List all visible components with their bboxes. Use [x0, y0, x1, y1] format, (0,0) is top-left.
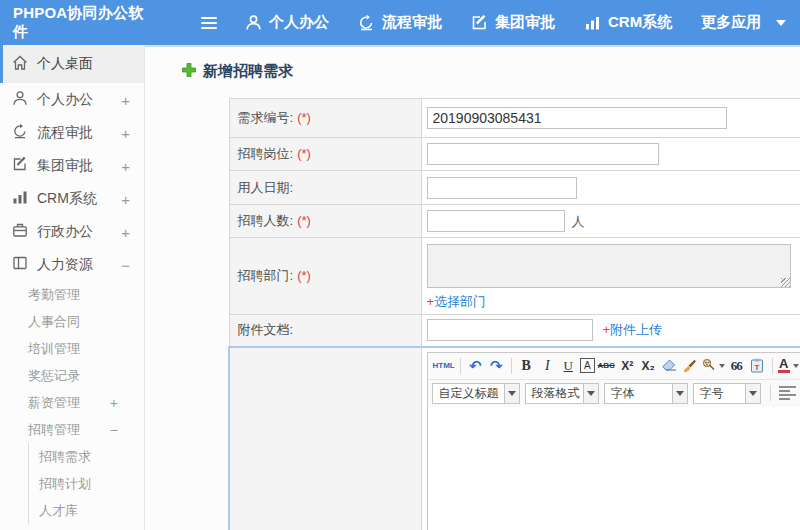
paste-text-button[interactable]: T: [748, 355, 767, 376]
resize-grip-icon[interactable]: [781, 278, 790, 287]
sidebar-item-label: 招聘需求: [39, 448, 91, 466]
user-icon: [12, 90, 37, 109]
required-mark: (*): [297, 146, 311, 161]
field-label-cell: 招聘部门:(*): [229, 238, 421, 315]
attachment-input[interactable]: [427, 319, 593, 341]
nav-item-crm[interactable]: CRM系统: [584, 13, 672, 32]
strikethrough-button[interactable]: ABC: [597, 355, 616, 376]
bold-button[interactable]: B: [517, 355, 536, 376]
sidebar-item-hr-contract[interactable]: 人事合同: [0, 308, 144, 335]
headcount-input[interactable]: [427, 210, 565, 232]
sidebar-item-attendance[interactable]: 考勤管理: [0, 281, 144, 308]
caret-down-icon: [745, 384, 760, 403]
hr-book-icon: [12, 255, 37, 274]
position-input[interactable]: [427, 143, 659, 165]
italic-button[interactable]: I: [538, 355, 557, 376]
sidebar-item-talent-pool[interactable]: 人才库: [29, 497, 144, 524]
form-row-department: 招聘部门:(*) +选择部门: [229, 238, 800, 315]
underline-button[interactable]: U: [559, 355, 578, 376]
menu-icon[interactable]: [201, 14, 217, 32]
sidebar-item-label: 招聘管理: [28, 421, 80, 439]
char-border-button[interactable]: A: [580, 358, 595, 373]
sidebar-item-reward-record[interactable]: 奖惩记录: [0, 362, 144, 389]
html-source-button[interactable]: HTML: [433, 355, 455, 376]
blockquote-button[interactable]: 66: [727, 355, 746, 376]
sidebar-item-hr[interactable]: 人力资源 −: [0, 248, 144, 281]
editor-toolbar-row1: HTML ↶ ↷ B I U A ABC X²: [428, 353, 800, 380]
sidebar-item-flow-approval[interactable]: 流程审批 +: [0, 116, 144, 149]
department-textarea-wrap: [427, 244, 791, 288]
top-bar: PHPOA协同办公软件 个人办公 流程审批 集团审批 CRM系统 更多应用: [0, 0, 800, 45]
expand-icon[interactable]: +: [110, 395, 118, 411]
toolbar-separator: [460, 358, 461, 374]
sidebar-item-personal-desktop[interactable]: 个人桌面: [0, 45, 144, 83]
nav-item-flow-approval[interactable]: 流程审批: [358, 13, 442, 32]
caret-down-icon[interactable]: [776, 20, 786, 26]
nav-item-more-apps[interactable]: 更多应用: [701, 13, 761, 32]
department-textarea[interactable]: [427, 244, 791, 288]
field-label-cell: 附件文档:: [229, 315, 421, 347]
attachment-upload-link[interactable]: +附件上传: [603, 321, 663, 339]
sidebar-item-salary[interactable]: 薪资管理 +: [0, 389, 144, 416]
required-mark: (*): [297, 110, 311, 125]
main-content: 新增招聘需求 需求编号:(*) 招聘岗位:(*) 用人日期: 招聘人数:(*): [145, 45, 800, 530]
font-family-select[interactable]: 字体: [604, 383, 688, 404]
nav-item-personal-office[interactable]: 个人办公: [245, 13, 329, 32]
field-label: 用人日期:: [238, 180, 294, 195]
select-department-link[interactable]: +选择部门: [427, 293, 487, 311]
sidebar-item-group-approval[interactable]: 集团审批 +: [0, 149, 144, 182]
redo-button[interactable]: ↷: [487, 355, 506, 376]
format-brush-button[interactable]: [681, 355, 700, 376]
sidebar-item-training[interactable]: 培训管理: [0, 335, 144, 362]
headcount-unit: 人: [572, 214, 585, 229]
subscript-button[interactable]: X₂: [639, 355, 658, 376]
expand-icon[interactable]: +: [121, 124, 130, 141]
sidebar-item-admin-office[interactable]: 行政办公 +: [0, 215, 144, 248]
form-row-job-requirements: 岗位要求:(*) HTML ↶ ↷ B I U: [229, 347, 800, 530]
sidebar: 个人桌面 个人办公 + 流程审批 + 集团审批 + CRM系统 +: [0, 45, 145, 530]
hire-date-input[interactable]: [427, 177, 577, 199]
font-size-select[interactable]: 字号: [693, 383, 761, 404]
sidebar-item-personal-office[interactable]: 个人办公 +: [0, 83, 144, 116]
superscript-button[interactable]: X²: [618, 355, 637, 376]
editor-content-area[interactable]: [428, 407, 800, 530]
expand-icon[interactable]: +: [121, 91, 130, 108]
required-mark: (*): [297, 213, 311, 228]
sidebar-item-recruit-plan[interactable]: 招聘计划: [29, 470, 144, 497]
select-value: 字号: [694, 385, 730, 402]
link-text: 附件上传: [610, 322, 662, 337]
nav-item-group-approval[interactable]: 集团审批: [471, 13, 555, 32]
field-label-cell: 用人日期:: [229, 171, 421, 205]
custom-title-select[interactable]: 自定义标题: [432, 383, 520, 404]
form-row-date: 用人日期:: [229, 171, 800, 205]
nav-label: CRM系统: [608, 13, 672, 32]
sidebar-item-recruit-demand[interactable]: 招聘需求: [29, 443, 144, 470]
collapse-icon[interactable]: −: [110, 422, 118, 438]
rich-text-editor: HTML ↶ ↷ B I U A ABC X²: [427, 352, 800, 530]
paragraph-format-select[interactable]: 段落格式: [525, 383, 599, 404]
edit-square-icon: [12, 156, 37, 175]
sidebar-item-recruit-mgmt[interactable]: 招聘管理 −: [0, 416, 144, 443]
sidebar-item-label: 招聘计划: [39, 475, 91, 493]
expand-icon[interactable]: +: [121, 157, 130, 174]
sidebar-item-label: 奖惩记录: [28, 367, 80, 385]
eraser-button[interactable]: [660, 355, 679, 376]
expand-icon[interactable]: +: [121, 190, 130, 207]
sidebar-item-label: 人力资源: [37, 256, 93, 274]
chart-icon: [12, 189, 37, 208]
sidebar-item-crm[interactable]: CRM系统 +: [0, 182, 144, 215]
expand-icon[interactable]: +: [121, 223, 130, 240]
sidebar-item-label: 个人办公: [37, 91, 93, 109]
field-label: 需求编号:: [238, 110, 294, 125]
align-left-button[interactable]: [779, 386, 796, 400]
font-color-button[interactable]: A: [778, 355, 799, 376]
field-label: 附件文档:: [238, 322, 294, 337]
field-label: 招聘人数:: [238, 213, 294, 228]
highlight-color-button[interactable]: [702, 355, 725, 376]
req-no-input[interactable]: [427, 107, 727, 129]
undo-button[interactable]: ↶: [466, 355, 485, 376]
user-icon: [245, 14, 262, 31]
collapse-icon[interactable]: −: [121, 256, 130, 273]
group-approval-icon: [471, 14, 488, 31]
select-value: 段落格式: [526, 385, 584, 402]
